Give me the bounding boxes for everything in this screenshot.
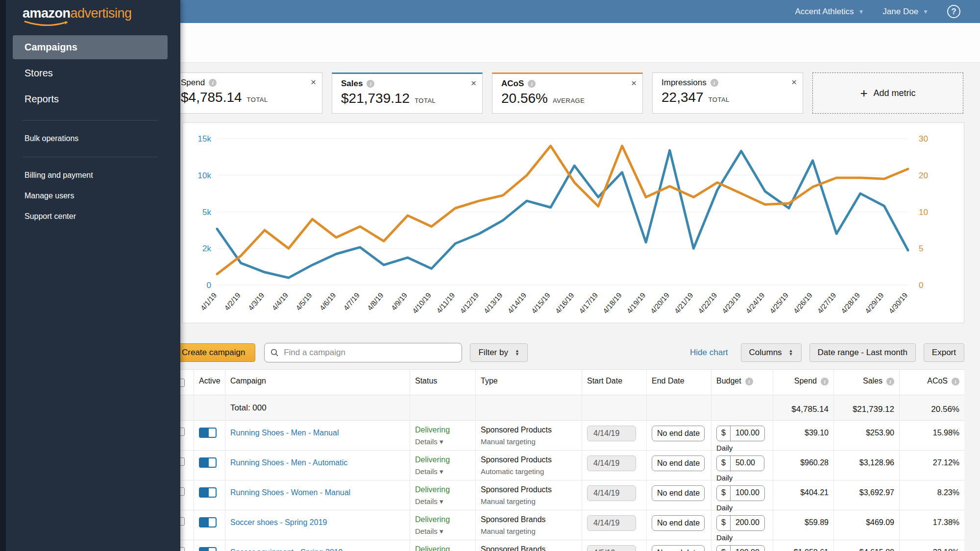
right-axis-tick-label: 10: [919, 208, 928, 217]
x-axis-tick-label: 4/28/19: [839, 291, 861, 315]
table-row: Running Shoes - Men - AutomaticDeliverin…: [172, 451, 964, 480]
campaign-link[interactable]: Running Shoes - Men - Manual: [230, 426, 339, 437]
add-metric-label: Add metric: [874, 88, 916, 98]
metric-label-row: ACoSi: [501, 79, 635, 89]
x-axis-tick-label: 4/24/19: [744, 291, 766, 315]
metric-qualifier: TOTAL: [247, 96, 268, 103]
x-axis-tick-label: 4/16/19: [553, 291, 575, 315]
budget-amount: 50.00: [731, 456, 764, 471]
metric-card-impressions[interactable]: Impressionsi×22,347TOTAL: [652, 72, 803, 114]
status-details-dropdown[interactable]: Details ▾: [415, 437, 470, 446]
cell-acos: 23.18%: [900, 540, 964, 551]
header-cell-end-date: End Date: [647, 370, 711, 395]
account-menu[interactable]: Accent Athletics ▼: [795, 7, 864, 17]
budget-input[interactable]: $200.00: [716, 515, 765, 531]
cell-budget: $100.00Daily: [711, 540, 773, 551]
info-icon: i: [745, 378, 753, 385]
cell-active: [194, 421, 225, 451]
cell-end-date: No end date: [647, 451, 711, 480]
right-axis-tick-label: 20: [919, 171, 928, 180]
x-axis-tick-label: 4/27/19: [815, 291, 837, 315]
close-icon[interactable]: ×: [631, 78, 637, 89]
currency-symbol: $: [717, 426, 731, 441]
status-details-dropdown[interactable]: Details ▾: [415, 467, 470, 476]
metric-value-row: 20.56%AVERAGE: [501, 91, 635, 106]
hide-chart-link[interactable]: Hide chart: [690, 348, 728, 358]
cell-type: Sponsored BrandsManual targeting: [476, 510, 582, 540]
plus-icon: +: [860, 86, 867, 101]
end-date-input[interactable]: No end date: [652, 426, 705, 441]
sidebar-item-manage-users[interactable]: Manage users: [13, 187, 168, 205]
cell-status: DeliveringDetails ▾: [410, 451, 476, 480]
cell-campaign: Soccer shoes - Spring 2019: [225, 510, 410, 540]
campaign-link[interactable]: Soccer equipment - Spring 2019: [230, 545, 343, 551]
budget-input[interactable]: $50.00: [716, 455, 764, 471]
cell-budget: $100.00Daily: [711, 421, 773, 451]
header-cell-budget: Budgeti: [711, 370, 773, 395]
active-toggle[interactable]: [199, 547, 217, 551]
active-toggle[interactable]: [199, 487, 217, 498]
close-icon[interactable]: ×: [311, 77, 316, 88]
status-badge: Delivering: [415, 455, 470, 464]
type-sub: Automatic targeting: [481, 467, 577, 476]
cell-type: Sponsored Brands: [476, 540, 582, 551]
sidebar-item-stores[interactable]: Stores: [13, 61, 168, 85]
cell-spend: $39.10: [773, 421, 834, 451]
date-range-button[interactable]: Date range - Last month: [809, 343, 916, 362]
campaign-link[interactable]: Running Shoes - Women - Manual: [230, 485, 350, 497]
search-input[interactable]: [284, 348, 456, 358]
header-label: ACoS: [927, 377, 948, 385]
columns-dropdown[interactable]: Columns ▲▼: [741, 343, 802, 362]
close-icon[interactable]: ×: [791, 77, 797, 88]
currency-symbol: $: [717, 486, 731, 501]
end-date-input[interactable]: No end date: [652, 455, 705, 471]
sidebar-item-bulk-operations[interactable]: Bulk operations: [13, 129, 168, 148]
create-campaign-button[interactable]: Create campaign: [172, 343, 255, 362]
cell-budget: $100.00Daily: [711, 480, 773, 510]
table-row: Soccer shoes - Spring 2019DeliveringDeta…: [172, 510, 964, 540]
sidebar-item-billing-and-payment[interactable]: Billing and payment: [13, 166, 168, 185]
metric-card-acos[interactable]: ACoSi×20.56%AVERAGE: [492, 72, 643, 114]
x-axis-tick-label: 4/23/19: [720, 291, 742, 315]
budget-amount: 100.00: [731, 546, 764, 551]
user-menu[interactable]: Jane Doe ▼: [882, 7, 929, 17]
x-axis-tick-label: 4/10/19: [411, 291, 433, 315]
amazon-advertising-logo: amazonadvertising: [23, 6, 132, 21]
metric-label: Spend: [181, 78, 205, 88]
x-axis-tick-label: 4/15/19: [530, 291, 552, 315]
status-details-dropdown[interactable]: Details ▾: [415, 497, 470, 506]
active-toggle[interactable]: [199, 517, 217, 527]
active-toggle[interactable]: [199, 457, 217, 468]
header-cell-sales: Salesi: [834, 370, 900, 395]
campaign-link[interactable]: Soccer shoes - Spring 2019: [230, 515, 327, 527]
type-main: Sponsored Brands: [481, 545, 577, 551]
header-label: Status: [415, 377, 437, 385]
total-cell: [582, 395, 647, 421]
filter-by-dropdown[interactable]: Filter by ▲▼: [470, 343, 527, 362]
chevron-down-icon: ▼: [858, 8, 864, 15]
table-row: Running Shoes - Women - ManualDelivering…: [172, 480, 964, 510]
header-label: Type: [481, 377, 498, 385]
end-date-input[interactable]: No end date: [652, 545, 705, 551]
active-toggle[interactable]: [199, 428, 217, 438]
end-date-input[interactable]: No end date: [652, 515, 705, 531]
sidebar-item-reports[interactable]: Reports: [13, 87, 168, 111]
end-date-input[interactable]: No end date: [652, 485, 705, 501]
add-metric-button[interactable]: +Add metric: [812, 72, 963, 114]
sidebar-item-campaigns[interactable]: Campaigns: [13, 35, 168, 59]
budget-input[interactable]: $100.00: [716, 545, 765, 551]
metric-value-row: $4,785.14TOTAL: [181, 90, 314, 105]
campaign-link[interactable]: Running Shoes - Men - Automatic: [230, 455, 347, 467]
budget-input[interactable]: $100.00: [716, 426, 765, 441]
status-details-dropdown[interactable]: Details ▾: [415, 527, 470, 536]
close-icon[interactable]: ×: [471, 78, 476, 89]
start-date-input: 4/5/19: [587, 545, 636, 551]
budget-input[interactable]: $100.00: [716, 485, 765, 501]
help-icon[interactable]: ?: [947, 5, 960, 18]
export-button[interactable]: Export: [924, 343, 964, 362]
left-axis-tick-label: 5k: [202, 208, 211, 217]
sidebar-item-support-center[interactable]: Support center: [13, 207, 168, 226]
cell-start-date: 4/14/19: [582, 421, 647, 451]
metric-card-spend[interactable]: Spendi×$4,785.14TOTAL: [172, 72, 322, 114]
metric-card-sales[interactable]: Salesi×$21,739.12TOTAL: [332, 72, 483, 114]
